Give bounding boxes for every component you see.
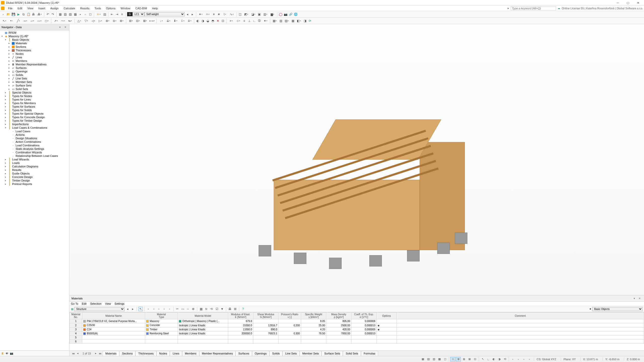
ft-b3-button[interactable]: ▫ xyxy=(157,307,161,311)
sb-o5-button[interactable]: ⟲ xyxy=(502,357,507,361)
filter-structure-select[interactable]: Structure xyxy=(74,307,125,311)
navigator-tree[interactable]: ▦RFEM▾◆Masonry (1).rf6*▾Basic Objects▸🟦M… xyxy=(0,30,69,350)
meas-button[interactable]: ◯ xyxy=(278,12,283,17)
maximize-button[interactable]: ▢ xyxy=(623,0,633,5)
tab-solid-sets[interactable]: Solid Sets xyxy=(343,351,361,356)
tree-item-member-representatives[interactable]: ▸≣Member Representatives xyxy=(1,63,69,66)
menu-cadbim[interactable]: CAD-BIM xyxy=(133,6,149,10)
table-row[interactable]: 4B500S(A)Reinforcing SteelIsotropic | Li… xyxy=(70,332,644,336)
curve-button[interactable]: ⤳ xyxy=(60,19,66,23)
ft-exp2-button[interactable]: ⊞ xyxy=(233,307,237,311)
load-surf-button[interactable]: ⇩ xyxy=(179,19,186,23)
view-wire-button[interactable]: ▧ xyxy=(63,12,67,17)
misc-3-button[interactable]: ◒ xyxy=(206,19,210,23)
ft-b2-button[interactable]: ▫ xyxy=(151,307,156,311)
tab-surface-sets[interactable]: Surface Sets xyxy=(321,351,343,356)
tree-toggle[interactable]: ▸ xyxy=(4,183,7,185)
c5-button[interactable]: ◧ xyxy=(296,19,302,23)
table-row-empty[interactable]: 5 xyxy=(70,336,644,340)
cell-e[interactable]: 31000.0 xyxy=(228,323,253,327)
res-4-button[interactable]: ✷ xyxy=(217,12,221,17)
tree-group-types-for-solids[interactable]: ▸Types for Solids xyxy=(1,108,69,112)
nav-mode-views-button[interactable]: 📷 xyxy=(10,352,13,355)
tab-members[interactable]: Members xyxy=(182,351,199,356)
cs-button[interactable]: ⊠ xyxy=(142,19,148,23)
mat-close-button[interactable]: ✕ xyxy=(637,296,642,301)
tree-item-sections[interactable]: ▸🟧Sections xyxy=(1,45,69,49)
lc-next-button[interactable]: ▸ xyxy=(190,12,195,17)
tree-toggle[interactable]: ▸ xyxy=(8,63,11,66)
tree-item-materials[interactable]: ▸🟦Materials xyxy=(1,41,69,45)
col-header-gamma[interactable]: Specific Weightγ [kN/m³] xyxy=(301,312,326,319)
cell-comment[interactable] xyxy=(397,323,644,327)
menu-options[interactable]: Options xyxy=(103,6,118,10)
cell-alpha[interactable]: 0.000005 xyxy=(351,327,377,331)
tree-toggle[interactable]: ▸ xyxy=(4,98,7,101)
tree-group-printout-reports[interactable]: ▸Printout Reports xyxy=(1,182,69,186)
col-header-alpha[interactable]: Coeff. of Th. Exp.α [1/°C] xyxy=(351,312,377,319)
tree-group-special-objects[interactable]: ▸Special Objects xyxy=(1,91,69,94)
tree-item-solid-sets[interactable]: ▸▭Solid Sets xyxy=(1,87,69,91)
tree-toggle[interactable]: ▸ xyxy=(4,123,7,125)
support-3-button[interactable]: ◁ xyxy=(90,19,97,23)
cell-no[interactable]: 3 xyxy=(70,327,82,331)
table-row[interactable]: 2C25/30ConcreteIsotropic | Linear Elasti… xyxy=(70,323,644,327)
tab-solids[interactable]: Solids xyxy=(269,351,283,356)
menu-file[interactable]: File xyxy=(6,6,15,10)
cell-no[interactable]: 4 xyxy=(70,332,82,336)
cell-e[interactable]: 679.8 xyxy=(228,319,253,323)
snap-2-button[interactable]: ⊹ xyxy=(235,19,242,23)
lighting-button[interactable]: ☀ xyxy=(95,12,102,17)
tree-toggle[interactable]: ▸ xyxy=(8,46,11,48)
mat-menu-goto[interactable]: Go To xyxy=(71,302,78,305)
cell-name[interactable]: C24 xyxy=(82,327,145,331)
axis-button[interactable]: ⊟ xyxy=(135,19,141,23)
globe-button[interactable]: 🌐 xyxy=(294,12,298,17)
opening-button[interactable]: ◻ xyxy=(43,19,50,23)
load-solid-button[interactable]: ⤋ xyxy=(186,19,193,23)
tree-basic-objects[interactable]: ▾Basic Objects xyxy=(1,38,69,41)
tree-toggle[interactable]: ▸ xyxy=(4,95,7,97)
ft-filter-button[interactable]: ▼ xyxy=(220,307,224,311)
tree-item-static-analysis-settings[interactable]: ▫Static Analysis Settings xyxy=(1,147,69,151)
sb-p2-button[interactable]: ▫ xyxy=(516,357,521,361)
tree-group-load-wizards[interactable]: ▸Load Wizards xyxy=(1,158,69,161)
cell-model[interactable]: Isotropic | Linear Elastic xyxy=(178,332,228,336)
cell-type[interactable]: Concrete xyxy=(145,323,178,327)
tree-toggle[interactable]: ▸ xyxy=(4,91,7,94)
ft-b4-button[interactable]: ▫ xyxy=(162,307,167,311)
load-node-button[interactable]: ↓ xyxy=(158,19,165,23)
tree-toggle[interactable]: ▸ xyxy=(4,158,7,161)
cell-options[interactable]: ◈ xyxy=(377,323,397,327)
cell-model[interactable]: Orthotropic | Masonry | Plastic (... xyxy=(178,319,228,323)
cell-name[interactable]: B500S(A) xyxy=(82,332,145,336)
mat-menu-view[interactable]: View xyxy=(105,302,111,305)
tab-sections[interactable]: Sections xyxy=(119,351,135,356)
nav-pin-button[interactable]: ▾ xyxy=(58,25,62,29)
load-line-button[interactable]: ⇊ xyxy=(165,19,172,23)
mat-menu-settings[interactable]: Settings xyxy=(114,302,125,305)
tree-toggle[interactable]: ▸ xyxy=(4,176,7,178)
sb-snap2-button[interactable]: ⊕ xyxy=(456,357,461,361)
cam-button[interactable]: 📷 xyxy=(284,12,288,17)
load-case-selector[interactable]: G LC1 Self weight xyxy=(127,12,185,16)
cell-name[interactable]: C25/30 xyxy=(82,323,145,327)
solid-button[interactable]: ▭ xyxy=(36,19,43,23)
col-header-options[interactable]: Options xyxy=(377,312,397,319)
col-header-model[interactable]: Material Model xyxy=(178,312,228,319)
cell-comment[interactable] xyxy=(397,319,644,323)
sb-4-button[interactable]: ▩ xyxy=(437,357,442,361)
cell-e[interactable]: 200000.0 xyxy=(228,332,253,336)
table-row-empty[interactable]: 6 xyxy=(70,340,644,344)
tree-toggle[interactable]: ▸ xyxy=(4,162,7,164)
cell-g[interactable]: 12916.7 xyxy=(253,323,278,327)
ft-c1-button[interactable]: ✂ xyxy=(175,307,180,311)
view-7-button[interactable]: ◻ xyxy=(88,12,93,17)
tree-toggle[interactable]: ▸ xyxy=(4,172,7,175)
cell-type[interactable]: Timber xyxy=(145,327,178,331)
col-header-nu[interactable]: Poisson's Ratioν [-] xyxy=(278,312,301,319)
view-4-button[interactable]: ▩ xyxy=(73,12,77,17)
snap-1-button[interactable]: ⌖ xyxy=(228,19,234,23)
tab-openings[interactable]: Openings xyxy=(252,351,269,356)
cell-comment[interactable] xyxy=(397,332,644,336)
